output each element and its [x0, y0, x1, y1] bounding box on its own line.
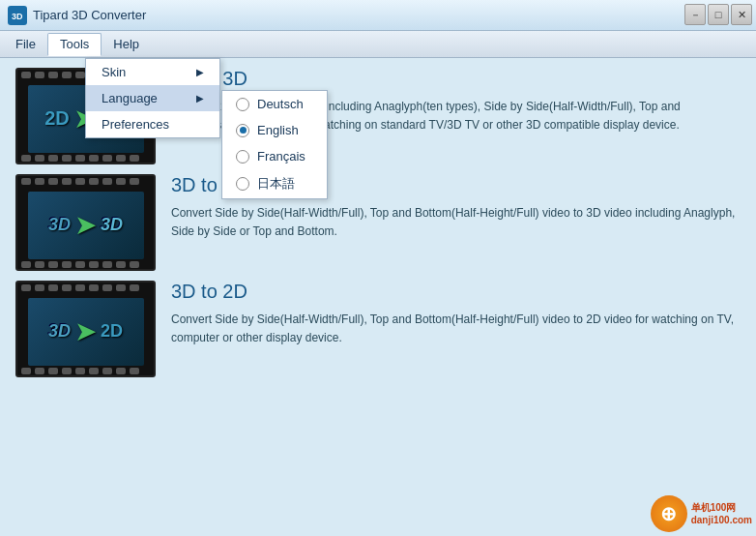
- menu-skin[interactable]: Skin ▶: [86, 59, 219, 85]
- card-3d-to-3d[interactable]: 3D ➤ 3D 3D to 3D Convert Side by Side(Ha…: [15, 174, 741, 271]
- title-bar: 3D Tipard 3D Converter － □ ✕: [0, 0, 756, 31]
- radio-japanese: [236, 177, 249, 191]
- watermark-text: 单机100网 danji100.com: [691, 501, 752, 526]
- window-title: Tipard 3D Converter: [33, 8, 146, 22]
- lang-english[interactable]: English: [222, 117, 327, 143]
- card-text-3d-to-2d: 3D to 2D Convert Side by Side(Half-Width…: [171, 281, 741, 347]
- lang-japanese[interactable]: 日本語: [222, 169, 327, 198]
- menu-preferences[interactable]: Preferences: [86, 111, 219, 137]
- menu-language[interactable]: Language ▶: [86, 85, 219, 111]
- radio-english: [236, 124, 249, 137]
- radio-francais: [236, 150, 249, 164]
- minimize-button[interactable]: －: [684, 4, 706, 25]
- tools-dropdown: Skin ▶ Language ▶ Preferences Deutsch En…: [85, 58, 220, 138]
- menu-bar: File Tools Help: [0, 31, 756, 58]
- watermark: ⊕ 单机100网 danji100.com: [651, 495, 752, 532]
- lang-deutsch[interactable]: Deutsch: [222, 91, 327, 117]
- card-3d-to-2d[interactable]: 3D ➤ 2D 3D to 2D Convert Side by Side(Ha…: [15, 281, 741, 377]
- watermark-icon: ⊕: [651, 495, 687, 532]
- card-title-2d-to-3d: 2D to 3D: [171, 68, 741, 90]
- thumbnail-3d-to-2d: 3D ➤ 2D: [15, 281, 156, 377]
- radio-deutsch: [236, 98, 249, 111]
- window-controls: － □ ✕: [684, 4, 752, 25]
- menu-tools[interactable]: Tools: [47, 33, 102, 56]
- app-icon: 3D: [8, 6, 27, 25]
- skin-arrow-icon: ▶: [196, 67, 204, 77]
- lang-francais[interactable]: Français: [222, 143, 327, 169]
- card-desc-3d-to-2d: Convert Side by Side(Half-Width/Full), T…: [171, 311, 741, 347]
- card-title-3d-to-2d: 3D to 2D: [171, 281, 741, 303]
- language-submenu: Deutsch English Français 日本語: [221, 90, 328, 199]
- language-arrow-icon: ▶: [196, 93, 204, 104]
- thumbnail-3d-to-3d: 3D ➤ 3D: [15, 174, 156, 271]
- card-desc-3d-to-3d: Convert Side by Side(Half-Width/Full), T…: [171, 204, 741, 241]
- menu-help[interactable]: Help: [102, 33, 151, 56]
- menu-file[interactable]: File: [4, 33, 47, 56]
- close-button[interactable]: ✕: [731, 4, 752, 25]
- maximize-button[interactable]: □: [708, 4, 729, 25]
- svg-text:3D: 3D: [12, 12, 23, 21]
